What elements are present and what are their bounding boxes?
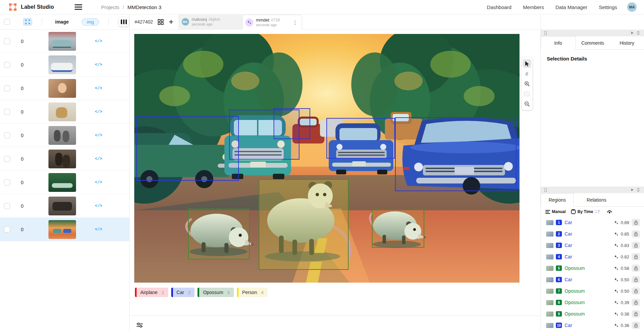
task-checkbox[interactable]	[4, 38, 10, 44]
source-data-icon[interactable]: </>	[95, 63, 102, 67]
bbox-opossum[interactable]	[259, 179, 349, 270]
label-pill-opossum[interactable]: Opossum 3	[198, 288, 234, 297]
source-data-icon[interactable]: </>	[95, 157, 102, 161]
task-row[interactable]: 0 </>	[0, 30, 129, 53]
task-thumbnail[interactable]	[48, 102, 76, 121]
collapse-panel-icon[interactable]	[635, 31, 641, 35]
tab-regions[interactable]: Regions	[541, 193, 574, 207]
info-panel-header[interactable]	[541, 30, 644, 36]
column-header-image[interactable]: image	[42, 19, 82, 25]
column-type-tag[interactable]: img	[82, 18, 99, 26]
task-row[interactable]: 0 </>	[0, 77, 129, 100]
breadcrumb-projects[interactable]: Projects	[101, 4, 119, 10]
label-pill-car[interactable]: Car 2	[171, 288, 195, 297]
task-thumbnail[interactable]	[48, 173, 76, 192]
detach-panel-icon[interactable]	[630, 188, 635, 192]
task-row[interactable]: 0 </>	[0, 171, 129, 194]
user-avatar[interactable]: MA	[627, 2, 637, 12]
pan-tool-button[interactable]	[523, 69, 531, 78]
tab-relations[interactable]: Relations	[574, 193, 619, 206]
lock-region-button[interactable]	[632, 322, 640, 329]
group-by-button[interactable]: Manual	[545, 209, 566, 214]
task-checkbox[interactable]	[4, 85, 10, 91]
annotation-tab-mmdet[interactable]: mmdet#739 seconds ago ⋮	[242, 15, 302, 30]
task-thumbnail[interactable]	[48, 55, 76, 74]
collapse-panel-icon[interactable]	[635, 188, 641, 192]
fit-screen-button[interactable]	[523, 89, 531, 98]
task-thumbnail[interactable]	[48, 32, 76, 51]
region-row[interactable]: 4 Car 0.82	[541, 251, 644, 262]
task-row[interactable]: 0 </>	[0, 100, 129, 124]
columns-button[interactable]	[119, 17, 129, 27]
task-checkbox[interactable]	[4, 109, 10, 115]
task-row[interactable]: 0 </>	[0, 194, 129, 218]
bbox-car[interactable]	[136, 116, 239, 181]
drag-handle-icon[interactable]	[544, 188, 547, 192]
region-row[interactable]: 10 Car 0.36	[541, 320, 644, 331]
region-row[interactable]: 1 Car 0.89	[541, 217, 644, 228]
source-data-icon[interactable]: </>	[95, 227, 102, 232]
task-checkbox[interactable]	[4, 179, 10, 185]
drag-handle-icon[interactable]	[544, 31, 547, 35]
annotation-menu-icon[interactable]: ⋮	[291, 19, 299, 26]
hamburger-menu-icon[interactable]	[73, 3, 83, 11]
toggle-visibility-icon[interactable]	[607, 210, 612, 214]
zoom-in-button[interactable]	[523, 79, 531, 88]
bbox-car[interactable]	[326, 118, 395, 159]
source-data-icon[interactable]: </>	[95, 86, 102, 91]
region-row[interactable]: 2 Car 0.85	[541, 228, 644, 240]
task-row[interactable]: 0 </>	[0, 124, 129, 147]
lock-region-button[interactable]	[632, 299, 640, 306]
region-row[interactable]: 6 Car 0.50	[541, 274, 644, 285]
label-pill-airplane[interactable]: Airplane 1	[135, 288, 168, 297]
grid-view-icon[interactable]	[158, 19, 164, 25]
source-data-icon[interactable]: </>	[95, 180, 102, 185]
task-checkbox[interactable]	[4, 203, 10, 209]
lock-region-button[interactable]	[632, 253, 640, 260]
nav-members[interactable]: Members	[523, 4, 544, 10]
task-thumbnail[interactable]	[48, 197, 76, 215]
task-thumbnail[interactable]	[48, 126, 76, 145]
source-data-icon[interactable]: </>	[95, 133, 102, 138]
tab-comments[interactable]: Comments	[576, 36, 610, 49]
select-tool-button[interactable]	[523, 59, 531, 68]
lock-region-button[interactable]	[632, 276, 640, 283]
detach-panel-icon[interactable]	[630, 31, 635, 35]
select-all-checkbox[interactable]	[4, 19, 10, 25]
bbox-car[interactable]	[274, 108, 310, 139]
bbox-opossum[interactable]	[372, 209, 424, 248]
source-data-icon[interactable]: </>	[95, 110, 102, 114]
task-thumbnail[interactable]	[48, 220, 76, 239]
lock-region-button[interactable]	[632, 219, 640, 226]
order-by-button[interactable]: By Time	[571, 209, 600, 214]
lock-region-button[interactable]	[632, 242, 640, 249]
zoom-out-button[interactable]	[523, 99, 531, 108]
region-row[interactable]: 8 Opossum 0.39	[541, 297, 644, 308]
task-checkbox[interactable]	[4, 132, 10, 138]
annotation-view-toggle[interactable]	[23, 18, 32, 26]
region-row[interactable]: 3 Car 0.83	[541, 240, 644, 251]
app-logo[interactable]: Label Studio	[9, 3, 54, 11]
task-thumbnail[interactable]	[48, 150, 76, 168]
view-settings-icon[interactable]	[136, 322, 143, 328]
tab-info[interactable]: Info	[541, 36, 576, 50]
task-checkbox[interactable]	[4, 156, 10, 162]
region-row[interactable]: 7 Opossum 0.50	[541, 285, 644, 297]
regions-panel-header[interactable]	[541, 187, 644, 193]
label-pill-person[interactable]: Person 4	[237, 288, 268, 297]
bbox-car[interactable]	[395, 117, 516, 191]
tab-history[interactable]: History	[610, 36, 644, 49]
nav-settings[interactable]: Settings	[599, 4, 617, 10]
source-data-icon[interactable]: </>	[95, 204, 102, 208]
task-thumbnail[interactable]	[48, 79, 76, 98]
source-data-icon[interactable]: </>	[95, 39, 102, 44]
task-row[interactable]: 0 </>	[0, 147, 129, 171]
annotation-tab-makseq[interactable]: MA makseq#kjikm seconds ago	[178, 14, 242, 29]
task-checkbox[interactable]	[4, 226, 10, 233]
task-checkbox[interactable]	[4, 62, 10, 68]
lock-region-button[interactable]	[632, 230, 640, 238]
task-row[interactable]: 0 </>	[0, 218, 129, 241]
bbox-opossum[interactable]	[188, 209, 250, 259]
task-row[interactable]: 0 </>	[0, 53, 129, 77]
region-row[interactable]: 5 Opossum 0.58	[541, 262, 644, 274]
